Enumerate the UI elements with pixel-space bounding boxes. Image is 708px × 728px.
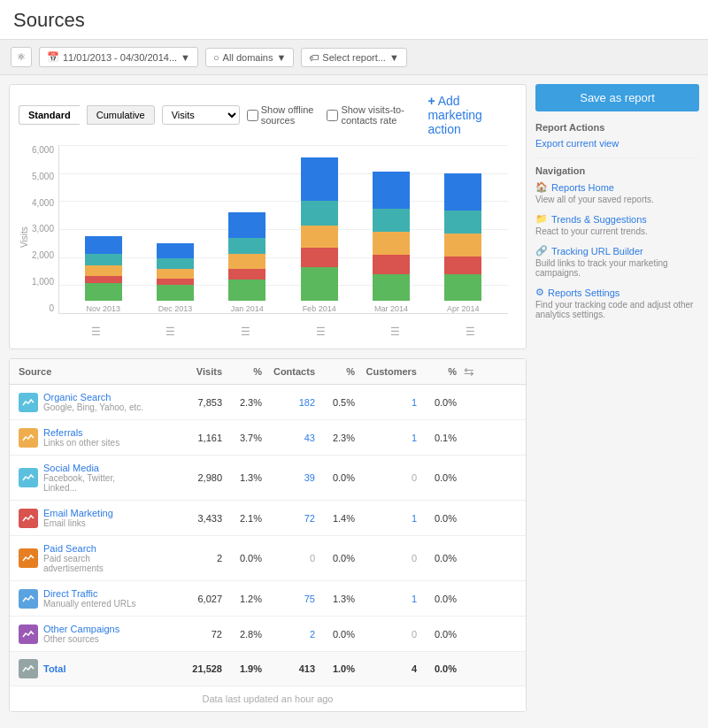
source-icon-other <box>19 625 38 644</box>
contacts-direct[interactable]: 75 <box>262 593 315 605</box>
table-row-social: Social Media Facebook, Twitter, Linked..… <box>10 456 526 501</box>
contacts-social[interactable]: 39 <box>262 471 315 484</box>
bars-container: Nov 2013 Dec 2013 <box>58 145 508 313</box>
cal-icon-2[interactable]: ☰ <box>165 326 175 338</box>
pct1-referrals: 3.7% <box>222 433 262 443</box>
show-offline-label[interactable]: Show offline sources <box>247 104 320 126</box>
show-visits-contacts-checkbox[interactable] <box>327 110 338 121</box>
source-name-social[interactable]: Social Media <box>43 463 150 473</box>
customers-direct[interactable]: 1 <box>355 593 417 605</box>
source-desc-referrals: Links on other sites <box>43 438 150 448</box>
visits-email: 3,433 <box>169 513 222 524</box>
source-name-email[interactable]: Email Marketing <box>43 508 150 518</box>
contacts-referrals[interactable]: 43 <box>262 432 315 444</box>
source-info-email: Email Marketing Email links <box>43 508 150 528</box>
contacts-organic[interactable]: 182 <box>262 396 315 409</box>
col-customers-header: Customers <box>355 366 417 377</box>
bar-apr: Apr 2014 <box>427 173 499 313</box>
source-info-organic: Organic Search Google, Bing, Yahoo, etc. <box>43 392 150 412</box>
source-name-organic[interactable]: Organic Search <box>43 392 150 402</box>
source-cell-other: Other Campaigns Other sources <box>19 624 169 644</box>
table-settings-button[interactable]: ⇆ <box>464 364 474 379</box>
customers-social: 0 <box>355 471 417 484</box>
table-row-total: Total 21,528 1.9% 413 1.0% 4 0.0% <box>10 652 526 686</box>
report-label: Select report... <box>322 52 386 63</box>
source-info-referrals: Referrals Links on other sites <box>43 427 150 448</box>
save-report-button[interactable]: Save as report <box>535 84 699 111</box>
date-chevron-icon: ▼ <box>181 52 190 63</box>
pct2-total: 1.0% <box>315 663 355 674</box>
cal-icon-3[interactable]: ☰ <box>241 326 250 338</box>
customers-email[interactable]: 1 <box>355 512 417 525</box>
source-info-social: Social Media Facebook, Twitter, Linked..… <box>43 463 150 493</box>
nav-item-settings: ⚙ Reports Settings Find your tracking co… <box>535 287 699 319</box>
customers-organic[interactable]: 1 <box>355 396 417 409</box>
metric-select[interactable]: Visits Contacts Customers <box>162 105 240 125</box>
nav-item-reports-home: 🏠 Reports Home View all of your saved re… <box>535 181 699 204</box>
left-panel: Standard Cumulative Visits Contacts Cust… <box>9 84 527 712</box>
source-name-paid[interactable]: Paid Search <box>43 543 150 554</box>
cal-icon-4[interactable]: ☰ <box>316 326 326 338</box>
customers-other: 0 <box>355 628 417 640</box>
table-rows-container: Organic Search Google, Bing, Yahoo, etc.… <box>10 385 526 686</box>
pct1-direct: 1.2% <box>222 594 262 604</box>
source-cell-total: Total <box>19 659 169 678</box>
nav-desc-reports-home: View all of your saved reports. <box>535 195 699 204</box>
nav-icon-reports-home: 🏠 <box>535 181 548 193</box>
bar-dec: Dec 2013 <box>139 243 211 313</box>
source-cell-organic: Organic Search Google, Bing, Yahoo, etc. <box>19 392 169 412</box>
show-visits-contacts-label[interactable]: Show visits-to-contacts rate <box>327 104 420 126</box>
export-current-view-link[interactable]: Export current view <box>535 138 699 149</box>
nav-desc-trends: React to your current trends. <box>535 226 699 236</box>
pct1-paid: 0.0% <box>222 553 262 563</box>
add-marketing-link[interactable]: + Add marketing action <box>427 94 517 136</box>
cumulative-button[interactable]: Cumulative <box>87 105 155 125</box>
visits-direct: 6,027 <box>169 594 222 604</box>
nav-desc-settings: Find your tracking code and adjust other… <box>535 300 699 319</box>
domain-chevron-icon: ▼ <box>276 52 286 63</box>
nav-title-settings[interactable]: ⚙ Reports Settings <box>535 287 699 298</box>
plus-icon: + <box>427 94 435 108</box>
report-actions-section: Report Actions Export current view <box>535 122 699 149</box>
customers-referrals[interactable]: 1 <box>355 432 417 444</box>
show-offline-checkbox[interactable] <box>247 110 258 121</box>
source-cell-email: Email Marketing Email links <box>19 508 169 528</box>
cal-icon-6[interactable]: ☰ <box>466 326 475 338</box>
nav-icon-tracking: 🔗 <box>535 245 548 257</box>
report-select-button[interactable]: 🏷 Select report... ▼ <box>301 48 406 67</box>
contacts-other[interactable]: 2 <box>262 628 315 640</box>
nav-title-reports-home[interactable]: 🏠 Reports Home <box>535 181 699 193</box>
nav-title-trends[interactable]: 📁 Trends & Suggestions <box>535 213 699 225</box>
source-icon-email <box>19 509 38 528</box>
col-pct3-header: % <box>417 366 457 377</box>
source-name-other[interactable]: Other Campaigns <box>43 624 150 634</box>
source-icon-direct <box>19 589 38 609</box>
pct3-paid: 0.0% <box>417 553 457 563</box>
cal-icon-1[interactable]: ☰ <box>91 326 101 338</box>
date-range-button[interactable]: 📅 11/01/2013 - 04/30/2014... ▼ <box>39 47 198 67</box>
nav-title-tracking[interactable]: 🔗 Tracking URL Builder <box>535 245 699 257</box>
report-chevron-icon: ▼ <box>389 52 399 63</box>
table-row-organic: Organic Search Google, Bing, Yahoo, etc.… <box>10 385 526 420</box>
standard-button[interactable]: Standard <box>19 105 80 125</box>
right-panel: Save as report Report Actions Export cur… <box>535 84 699 712</box>
chart-area: 6,000 5,000 4,000 3,000 2,000 1,000 0 Vi… <box>19 145 517 340</box>
bar-nov: Nov 2013 <box>67 236 139 313</box>
cal-icon-5[interactable]: ☰ <box>390 326 400 338</box>
pct1-organic: 2.3% <box>222 397 262 408</box>
pct2-paid: 0.0% <box>315 553 355 563</box>
contacts-email[interactable]: 72 <box>262 512 315 525</box>
source-name-referrals[interactable]: Referrals <box>43 427 150 438</box>
source-desc-direct: Manually entered URLs <box>43 599 150 609</box>
pct3-referrals: 0.1% <box>417 433 457 443</box>
col-settings-header: ⇆ <box>457 364 474 379</box>
globe-icon: ○ <box>213 52 219 63</box>
domain-button[interactable]: ○ All domains ▼ <box>205 48 294 67</box>
pct1-email: 2.1% <box>222 513 262 524</box>
pct3-organic: 0.0% <box>417 397 457 408</box>
activity-button[interactable]: ⚛ <box>11 47 32 67</box>
pct1-social: 1.3% <box>222 472 262 483</box>
nav-desc-tracking: Build links to track your marketing camp… <box>535 258 699 278</box>
contacts-total: 413 <box>262 663 315 675</box>
source-name-direct[interactable]: Direct Traffic <box>43 588 150 599</box>
